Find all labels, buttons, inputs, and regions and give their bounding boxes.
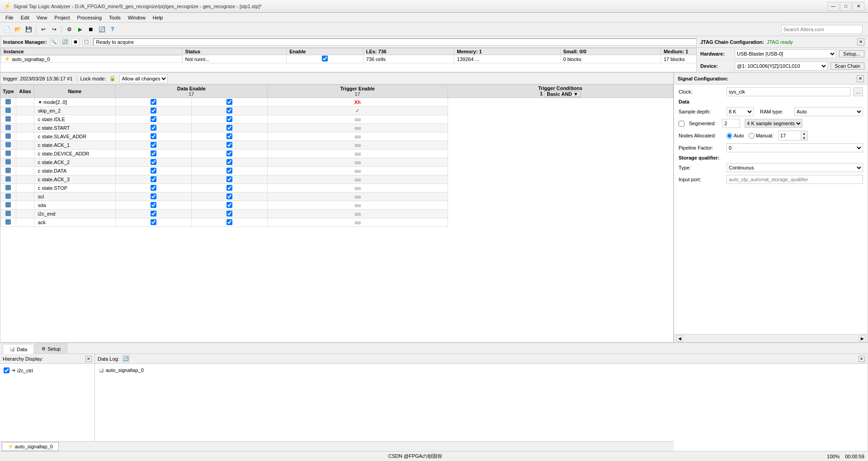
manual-radio[interactable]	[749, 133, 755, 139]
new-button[interactable]: 📄	[2, 24, 12, 34]
signal-cell-alias	[16, 150, 34, 158]
auto-radio[interactable]	[726, 133, 732, 139]
signal-cell-trigger-enable	[191, 201, 267, 210]
sample-depth-select[interactable]: 8 K	[726, 107, 754, 116]
menu-processing[interactable]: Processing	[74, 14, 105, 21]
bottom-tab-auto-signaltap[interactable]: ⚡ auto_signaltap_0	[2, 442, 59, 451]
menu-file[interactable]: File	[2, 14, 17, 21]
clock-browse-button[interactable]: …	[853, 87, 863, 96]
jtag-setup-button[interactable]: Setup...	[839, 50, 864, 57]
signal-cell-trigger-enable	[191, 158, 267, 167]
data-log-close-button[interactable]: ✕	[859, 356, 865, 362]
run-button[interactable]: ▶	[75, 24, 85, 34]
trigger-enable-checkbox[interactable]	[226, 193, 232, 199]
close-button[interactable]: ✕	[853, 2, 864, 11]
hierarchy-close-button[interactable]: ✕	[85, 356, 92, 362]
data-log-refresh-button[interactable]: 🔄	[122, 355, 129, 362]
manual-value-input[interactable]	[778, 131, 801, 140]
data-enable-checkbox[interactable]	[151, 176, 156, 182]
hierarchy-checkbox[interactable]	[4, 367, 9, 373]
lock-mode-select[interactable]: Allow all changes	[119, 74, 168, 83]
data-enable-checkbox[interactable]	[151, 159, 156, 165]
im-config-button[interactable]: 📋	[82, 38, 90, 46]
trigger-enable-checkbox[interactable]	[226, 133, 232, 139]
data-enable-checkbox[interactable]	[151, 219, 156, 225]
search-altera-input[interactable]	[781, 25, 863, 34]
segments-size-select[interactable]: 4 K sample segments	[745, 119, 802, 128]
spin-up-button[interactable]: ▲	[801, 131, 807, 136]
ram-type-select[interactable]: Auto	[794, 107, 863, 116]
trigger-enable-checkbox[interactable]	[226, 211, 232, 216]
jtag-close-button[interactable]: ✕	[857, 38, 864, 46]
help-button[interactable]: ?	[108, 24, 118, 34]
minimize-button[interactable]: —	[827, 2, 839, 11]
trigger-enable-checkbox[interactable]	[226, 159, 232, 165]
im-stop-button[interactable]: ⏹	[71, 38, 80, 46]
data-enable-checkbox[interactable]	[151, 211, 156, 216]
menu-tools[interactable]: Tools	[105, 14, 124, 21]
trigger-enable-checkbox[interactable]	[226, 125, 232, 131]
im-refresh-button[interactable]: 🔄	[61, 38, 69, 46]
jtag-hardware-select[interactable]: USB-Blaster [USB-0]	[735, 49, 836, 58]
menu-project[interactable]: Project	[51, 14, 73, 21]
data-enable-checkbox[interactable]	[151, 202, 156, 208]
menu-view[interactable]: View	[33, 14, 51, 21]
pipeline-factor-select[interactable]: 0	[726, 143, 863, 152]
manual-radio-label[interactable]: Manual:	[749, 133, 774, 139]
jtag-device-select[interactable]: @1: 10CL006(Y[Z]/10CL010	[735, 61, 828, 71]
data-enable-checkbox[interactable]	[151, 125, 156, 131]
clock-input[interactable]	[726, 87, 850, 96]
data-log-item[interactable]: 📊 auto_signaltap_0	[99, 367, 864, 374]
segments-count-input[interactable]	[722, 119, 740, 128]
col-name: Name	[34, 85, 115, 98]
col-trigger-enable-header: Trigger Enable 17	[267, 85, 448, 98]
data-enable-checkbox[interactable]	[151, 151, 156, 156]
settings-button[interactable]: ⚙	[64, 24, 74, 34]
trigger-enable-checkbox[interactable]	[226, 219, 232, 225]
scan-chain-button[interactable]: Scan Chain	[830, 62, 864, 70]
data-enable-checkbox[interactable]	[151, 142, 156, 148]
tab-setup[interactable]: ⚙ Setup	[35, 343, 67, 353]
autorun-button[interactable]: 🔄	[97, 24, 107, 34]
data-enable-checkbox[interactable]	[151, 168, 156, 174]
data-enable-checkbox[interactable]	[151, 133, 156, 139]
toolbar-separator-2	[61, 25, 62, 33]
undo-button[interactable]: ↩	[38, 24, 48, 34]
open-button[interactable]: 📂	[13, 24, 23, 34]
data-enable-checkbox[interactable]	[151, 116, 156, 122]
data-enable-checkbox[interactable]	[151, 99, 156, 105]
type-select[interactable]: Continuous	[726, 163, 863, 172]
trigger-enable-checkbox[interactable]	[226, 142, 232, 148]
trigger-enable-checkbox[interactable]	[226, 185, 232, 191]
menu-edit[interactable]: Edit	[17, 14, 33, 21]
im-search-button[interactable]: 🔍	[50, 38, 58, 46]
redo-button[interactable]: ↪	[49, 24, 59, 34]
spin-down-button[interactable]: ▼	[801, 136, 807, 140]
signal-cell-data-enable	[115, 210, 191, 218]
data-enable-checkbox[interactable]	[151, 108, 156, 113]
input-port-input[interactable]	[726, 175, 863, 184]
signal-cell-trigger-enable	[191, 218, 267, 227]
save-button[interactable]: 💾	[24, 24, 33, 34]
trigger-enable-checkbox[interactable]	[226, 99, 232, 105]
trigger-enable-checkbox[interactable]	[226, 168, 232, 174]
config-scroll-left[interactable]: ◀	[676, 335, 683, 342]
auto-radio-label[interactable]: Auto	[726, 133, 744, 139]
trigger-enable-checkbox[interactable]	[226, 202, 232, 208]
signal-config-close-button[interactable]: ✕	[857, 75, 864, 82]
trigger-enable-checkbox[interactable]	[226, 176, 232, 182]
trigger-enable-checkbox[interactable]	[226, 116, 232, 122]
menu-window[interactable]: Window	[124, 14, 149, 21]
data-enable-checkbox[interactable]	[151, 193, 156, 199]
stop-button[interactable]: ⏹	[86, 24, 96, 34]
menu-help[interactable]: Help	[149, 14, 167, 21]
data-enable-checkbox[interactable]	[151, 185, 156, 191]
maximize-button[interactable]: □	[840, 2, 852, 11]
trigger-enable-checkbox[interactable]	[226, 151, 232, 156]
hierarchy-item-i2c-ctrl[interactable]: ➜ i2c_ctrl	[4, 367, 91, 374]
segmented-checkbox[interactable]	[679, 121, 684, 127]
trigger-enable-checkbox[interactable]	[226, 108, 232, 113]
im-enable-checkbox[interactable]	[322, 56, 328, 61]
tab-data[interactable]: 📊 Data	[3, 344, 34, 354]
config-scroll-right[interactable]: ▶	[859, 335, 866, 342]
